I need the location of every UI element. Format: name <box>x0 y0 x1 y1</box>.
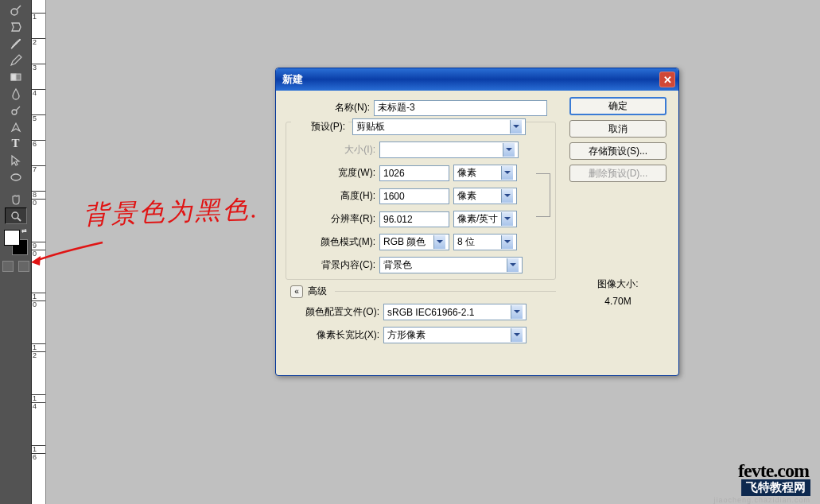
profile-label: 颜色配置文件(O): <box>290 305 379 319</box>
form-area: 名称(N): 预设(P): 剪贴板 大小(I): 宽度(W): 像素 <box>281 97 556 354</box>
aspect-row: 像素长宽比(X): 方形像素 <box>290 324 551 346</box>
quickmask-mode-icon[interactable] <box>18 261 29 272</box>
svg-line-7 <box>17 218 21 221</box>
chevron-down-icon <box>433 235 445 249</box>
advanced-label: 高级 <box>308 285 327 298</box>
chevron-down-icon <box>503 143 515 157</box>
name-row: 名称(N): <box>281 97 556 118</box>
zoom-tool-icon[interactable] <box>5 207 27 224</box>
resolution-input[interactable] <box>379 211 449 227</box>
aspect-label: 像素长宽比(X): <box>290 328 379 342</box>
svg-point-5 <box>11 174 21 180</box>
svg-point-6 <box>12 212 18 219</box>
foreground-color-icon[interactable] <box>4 230 20 246</box>
advanced-fieldset: 颜色配置文件(O): sRGB IEC61966-2.1 像素长宽比(X): 方… <box>286 301 556 349</box>
colordepth-select[interactable]: 8 位 <box>453 234 517 250</box>
preset-label: 预设(P): <box>291 120 348 134</box>
toolbox: T ⇄ <box>0 0 32 504</box>
watermark-brand: fevte.com <box>738 460 809 482</box>
main-fieldset: 预设(P): 剪贴板 大小(I): 宽度(W): 像素 高度(H): 像素 <box>286 122 556 280</box>
dodge-tool-icon[interactable] <box>5 2 27 18</box>
pencil-tool-icon[interactable] <box>5 52 27 68</box>
divider <box>335 291 556 292</box>
chevron-down-icon <box>511 328 523 342</box>
size-row: 大小(I): <box>291 139 550 161</box>
color-swatches[interactable]: ⇄ <box>2 229 29 256</box>
width-input[interactable] <box>379 165 449 181</box>
cancel-button[interactable]: 取消 <box>569 120 666 138</box>
resolution-unit-select[interactable]: 像素/英寸 <box>453 211 517 227</box>
path-select-tool-icon[interactable] <box>5 152 27 169</box>
close-icon[interactable]: ✕ <box>659 72 675 87</box>
svg-point-0 <box>11 9 17 15</box>
profile-select[interactable]: sRGB IEC61966-2.1 <box>383 304 527 320</box>
separator <box>5 185 27 191</box>
dialog-body: 名称(N): 预设(P): 剪贴板 大小(I): 宽度(W): 像素 <box>276 91 678 360</box>
hand-tool-icon[interactable] <box>5 191 27 207</box>
name-label: 名称(N): <box>286 101 370 114</box>
brush-tool-icon[interactable] <box>5 35 27 52</box>
chevron-down-icon <box>507 258 519 272</box>
vertical-ruler: 1 2 3 4 5 6 7 80 90 10 12 14 16 <box>32 0 46 504</box>
bg-label: 背景内容(C): <box>291 258 375 272</box>
bg-select[interactable]: 背景色 <box>379 257 523 273</box>
new-document-dialog: 新建 ✕ 名称(N): 预设(P): 剪贴板 大小(I): 宽度(W): <box>275 68 679 376</box>
shape-tool-icon[interactable] <box>5 169 27 185</box>
chevron-down-icon <box>510 120 522 134</box>
height-input[interactable] <box>379 188 449 204</box>
link-bracket-icon <box>536 173 550 217</box>
colormode-row: 颜色模式(M): RGB 颜色 8 位 <box>291 231 550 253</box>
pen-tool-icon[interactable] <box>5 118 27 135</box>
chevron-down-icon <box>501 212 513 226</box>
image-size-info: 图像大小: 4.70M <box>597 276 638 310</box>
width-row: 宽度(W): 像素 <box>291 162 550 184</box>
svg-rect-3 <box>11 74 16 80</box>
save-preset-button[interactable]: 存储预设(S)... <box>569 142 666 160</box>
aspect-select[interactable]: 方形像素 <box>383 327 527 343</box>
colormode-select[interactable]: RGB 颜色 <box>379 234 449 250</box>
swap-colors-icon[interactable]: ⇄ <box>21 227 27 235</box>
dialog-titlebar[interactable]: 新建 ✕ <box>276 68 678 91</box>
collapse-icon[interactable]: « <box>290 285 303 298</box>
width-unit-select[interactable]: 像素 <box>453 165 517 181</box>
quickmask-row <box>2 261 29 272</box>
button-col: 确定 取消 存储预设(S)... 删除预设(D)... 图像大小: 4.70M <box>565 97 670 354</box>
standard-mode-icon[interactable] <box>2 261 14 272</box>
bg-row: 背景内容(C): 背景色 <box>291 254 550 276</box>
size-select <box>379 142 519 158</box>
ok-button[interactable]: 确定 <box>569 97 666 115</box>
name-input[interactable] <box>374 100 547 116</box>
resolution-label: 分辨率(R): <box>291 212 375 226</box>
profile-row: 颜色配置文件(O): sRGB IEC61966-2.1 <box>290 301 551 323</box>
image-size-label: 图像大小: <box>597 276 638 293</box>
gradient-tool-icon[interactable] <box>5 68 27 85</box>
patch-tool-icon[interactable] <box>5 18 27 35</box>
width-label: 宽度(W): <box>291 166 375 180</box>
image-size-value: 4.70M <box>597 293 638 311</box>
height-unit-select[interactable]: 像素 <box>453 188 517 204</box>
svg-line-1 <box>17 6 21 10</box>
resolution-row: 分辨率(R): 像素/英寸 <box>291 208 550 230</box>
chevron-down-icon <box>501 189 513 203</box>
dialog-title: 新建 <box>282 72 659 87</box>
preset-select[interactable]: 剪贴板 <box>352 118 526 135</box>
chevron-down-icon <box>501 166 513 180</box>
advanced-toggle-row: « 高级 <box>290 285 556 298</box>
height-label: 高度(H): <box>291 189 375 203</box>
height-row: 高度(H): 像素 <box>291 185 550 207</box>
sponge-tool-icon[interactable] <box>5 102 27 118</box>
chevron-down-icon <box>501 235 513 249</box>
watermark-site: 飞特教程网 <box>741 479 810 496</box>
size-label: 大小(I): <box>291 143 375 157</box>
preset-row: 预设(P): 剪贴板 <box>291 116 550 138</box>
type-tool-icon[interactable]: T <box>5 135 27 152</box>
delete-preset-button: 删除预设(D)... <box>569 165 666 182</box>
chevron-down-icon <box>511 305 523 319</box>
colormode-label: 颜色模式(M): <box>291 235 375 249</box>
watermark-url: jiaocheng.chazidian.com <box>713 496 810 504</box>
blur-tool-icon[interactable] <box>5 85 27 102</box>
